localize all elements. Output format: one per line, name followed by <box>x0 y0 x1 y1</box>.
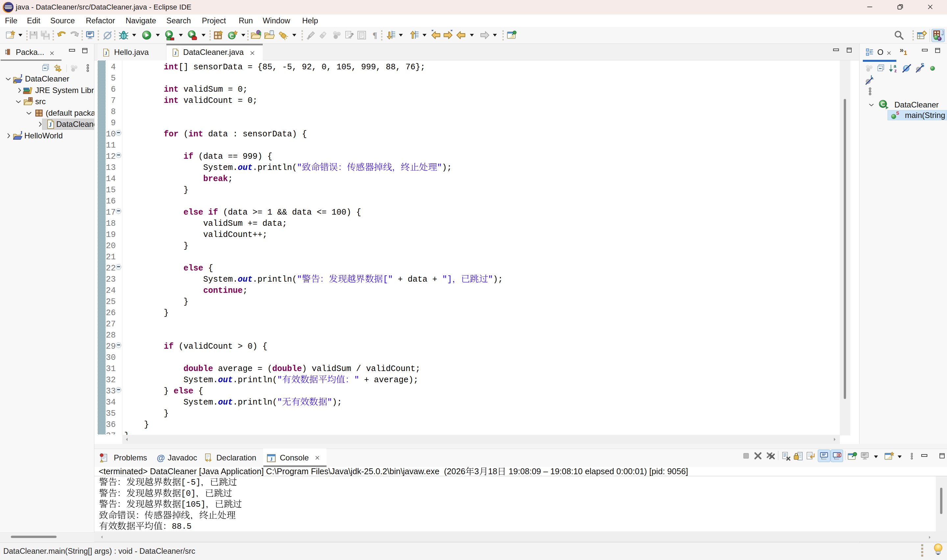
svg-text:*: * <box>451 30 453 34</box>
svg-text:@: @ <box>157 453 165 462</box>
svg-text:*: * <box>431 30 434 34</box>
svg-text:J: J <box>20 74 23 78</box>
svg-text:J: J <box>105 50 107 56</box>
svg-text:C: C <box>230 33 234 40</box>
svg-text:J: J <box>174 50 177 56</box>
svg-text:J: J <box>941 30 943 37</box>
svg-text:S: S <box>896 111 899 116</box>
svg-text:J: J <box>20 131 23 135</box>
svg-text:J: J <box>49 122 52 128</box>
svg-text:C: C <box>881 101 885 108</box>
svg-text:z: z <box>895 68 897 73</box>
svg-text:J: J <box>270 457 273 462</box>
svg-text:¶: ¶ <box>373 31 377 40</box>
